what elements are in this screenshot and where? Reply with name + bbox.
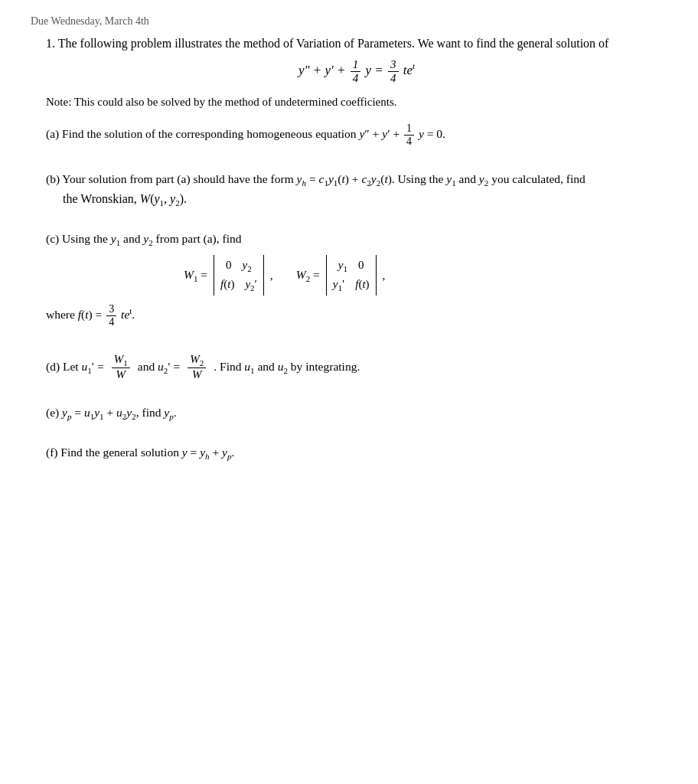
part-c: (c) Using the y1 and y2 from part (a), f… <box>46 232 667 328</box>
main-equation: y″ + y′ + 1 4 y = 3 4 tet <box>46 58 667 85</box>
part-c-label: (c) Using the y1 and y2 from part (a), f… <box>46 232 667 247</box>
part-a-label: (a) Find the solution of the correspondi… <box>46 122 667 148</box>
note-text: Note: This could also be solved by the m… <box>46 96 667 109</box>
w2-determinant: y1 0 y1′ f(t) <box>326 255 377 296</box>
part-e-label: (e) yp = u1y1 + u2y2, find yp. <box>46 406 667 421</box>
w-equations: W1 = 0 y2 f(t) y2′ , W2 = <box>184 255 667 296</box>
w2-equation: W2 = y1 0 y1′ f(t) , <box>296 255 386 296</box>
part-e: (e) yp = u1y1 + u2y2, find yp. <box>46 406 667 421</box>
problem-container: 1. The following problem illustrates the… <box>31 37 667 462</box>
w1-determinant: 0 y2 f(t) y2′ <box>214 255 264 296</box>
part-f-label: (f) Find the general solution y = yh + y… <box>46 446 667 461</box>
part-d-content: (d) Let u1′ = W1 W and u2′ = W2 W . Find… <box>46 353 667 381</box>
part-b-label: (b) Your solution from part (a) should h… <box>46 172 667 188</box>
part-a: (a) Find the solution of the correspondi… <box>46 122 667 148</box>
problem-number: 1. The following problem illustrates the… <box>46 37 667 51</box>
part-f: (f) Find the general solution y = yh + y… <box>46 446 667 461</box>
page-header: Due Wednesday, March 4th <box>31 15 667 28</box>
part-b: (b) Your solution from part (a) should h… <box>46 172 667 207</box>
header-text: Due Wednesday, March 4th <box>31 15 149 27</box>
where-ft: where f(t) = 3 4 tet. <box>46 303 667 328</box>
w1-equation: W1 = 0 y2 f(t) y2′ , <box>184 255 273 296</box>
part-d: (d) Let u1′ = W1 W and u2′ = W2 W . Find… <box>46 353 667 381</box>
